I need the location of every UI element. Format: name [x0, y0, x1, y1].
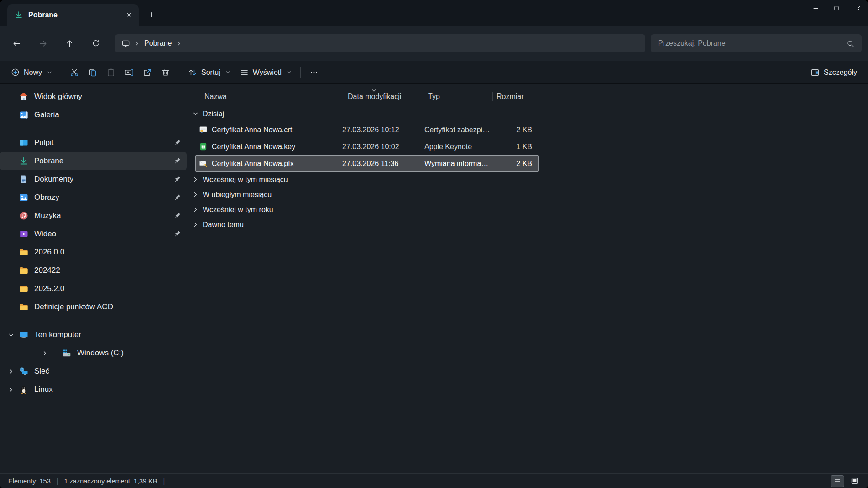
tab-pobrane[interactable]: Pobrane [7, 4, 139, 26]
sidebar-item-pobrane[interactable]: Pobrane [0, 152, 187, 170]
up-button[interactable] [59, 34, 79, 52]
chevron-down-icon[interactable] [5, 329, 16, 340]
chevron-right-icon[interactable] [193, 222, 199, 228]
tab-bar: Pobrane [0, 0, 868, 26]
new-button[interactable]: Nowy [6, 64, 57, 81]
sidebar-item-2026-0-0[interactable]: 2026.0.0 [0, 243, 187, 261]
file-name-cell: Certyfikat Anna Nowa.pfx [195, 159, 342, 168]
large-icons-view-toggle[interactable] [847, 475, 861, 487]
tab-close-icon[interactable] [122, 9, 135, 21]
pictures-icon [19, 193, 28, 202]
search-input[interactable]: Przeszukaj: Pobrane [651, 34, 862, 52]
search-icon[interactable] [847, 40, 854, 47]
column-header-rozmiar[interactable]: Rozmiar [493, 89, 539, 104]
toolbar-separator [179, 67, 179, 78]
sidebar-item-linux[interactable]: Linux [0, 380, 187, 399]
copy-button[interactable] [84, 64, 102, 81]
file-type: Wymiana informa… [424, 160, 493, 168]
sidebar-item-2025-2-0[interactable]: 2025.2.0 [0, 280, 187, 298]
breadcrumb-location[interactable]: Pobrane [144, 39, 172, 47]
cut-button[interactable] [65, 64, 84, 81]
sidebar-item-ten-komputer[interactable]: Ten komputer [0, 326, 187, 344]
group-label: W ubiegłym miesiącu [203, 191, 272, 199]
rename-button[interactable] [120, 64, 138, 81]
details-view-toggle[interactable] [831, 475, 844, 487]
group-row-dzisiaj[interactable]: Dzisiaj [193, 106, 868, 121]
folder-icon [19, 248, 28, 257]
status-separator: | [163, 478, 165, 485]
chevron-down-icon[interactable] [193, 111, 199, 117]
sidebar-item-widok-główny[interactable]: Widok główny [0, 88, 187, 106]
downloads-icon [19, 156, 28, 166]
network-icon [19, 367, 28, 376]
sidebar-item-202422[interactable]: 202422 [0, 261, 187, 280]
new-tab-button[interactable] [143, 7, 159, 22]
sort-button[interactable]: Sortuj [183, 64, 235, 81]
sidebar-item-windows-c[interactable]: Windows (C:) [0, 344, 187, 362]
pin-icon [173, 194, 180, 201]
delete-button[interactable] [157, 64, 175, 81]
maximize-button[interactable] [826, 0, 847, 16]
forward-button[interactable] [33, 34, 53, 52]
chevron-right-icon[interactable] [5, 384, 16, 395]
selection-summary: 1 zaznaczony element. 1,39 KB [64, 478, 157, 485]
sidebar-item-label: Linux [34, 385, 53, 394]
file-modified: 27.03.2026 11:36 [342, 160, 424, 168]
chevron-right-icon[interactable] [193, 177, 199, 182]
sidebar-item-wideo[interactable]: Wideo [0, 225, 187, 243]
close-button[interactable] [847, 0, 868, 16]
file-name-cell: Certyfikat Anna Nowa.key [195, 142, 342, 151]
folder-icon [19, 302, 28, 311]
monitor-icon [121, 39, 130, 48]
file-size: 2 KB [493, 126, 539, 134]
paste-button[interactable] [102, 64, 120, 81]
new-button-label: Nowy [24, 68, 42, 77]
sidebar-item-muzyka[interactable]: Muzyka [0, 207, 187, 225]
back-button[interactable] [6, 34, 26, 52]
group-row-w-ubiegłym-miesiącu[interactable]: W ubiegłym miesiącu [193, 187, 868, 202]
chevron-right-icon[interactable] [5, 366, 16, 377]
sidebar-item-sieć[interactable]: Sieć [0, 362, 187, 380]
group-row-dawno-temu[interactable]: Dawno temu [193, 217, 868, 232]
sidebar-item-definicje-punktów-acd[interactable]: Definicje punktów ACD [0, 298, 187, 316]
file-row-certyfikat-anna-nowa-key[interactable]: Certyfikat Anna Nowa.key27.03.2026 10:02… [195, 138, 539, 155]
group-row-wcześniej-w-tym-miesiącu[interactable]: Wcześniej w tym miesiącu [193, 172, 868, 187]
more-options-button[interactable] [305, 64, 323, 81]
column-header-typ[interactable]: Typ [424, 89, 493, 104]
expander-spacer [5, 174, 16, 185]
group-row-wcześniej-w-tym-roku[interactable]: Wcześniej w tym roku [193, 202, 868, 217]
expander-spacer [5, 247, 16, 258]
refresh-button[interactable] [86, 34, 106, 52]
sidebar-item-pulpit[interactable]: Pulpit [0, 134, 187, 152]
expander-spacer [5, 301, 16, 312]
sidebar-item-dokumenty[interactable]: Dokumenty [0, 170, 187, 188]
desktop-icon [19, 138, 28, 147]
group-label: Dawno temu [203, 221, 244, 229]
file-row-certyfikat-anna-nowa-crt[interactable]: Certyfikat Anna Nowa.crt27.03.2026 10:12… [195, 121, 539, 138]
toolbar-separator [300, 67, 301, 78]
status-bar: Elementy: 153 | 1 zaznaczony element. 1,… [0, 473, 868, 488]
share-button[interactable] [138, 64, 157, 81]
chevron-right-icon[interactable] [39, 348, 50, 358]
sidebar-item-label: Obrazy [34, 193, 59, 202]
gallery-icon [19, 110, 28, 119]
chevron-right-icon[interactable] [193, 192, 199, 197]
file-type: Certyfikat zabezpi… [424, 126, 493, 134]
expander-spacer [5, 109, 16, 120]
minimize-button[interactable] [805, 0, 826, 16]
sidebar-item-label: Galeria [34, 110, 59, 119]
column-header-data-modyfikacji[interactable]: Data modyfikacji [342, 89, 424, 104]
column-header-label: Nazwa [204, 93, 227, 101]
details-pane-button[interactable]: Szczegóły [806, 64, 862, 81]
sidebar-item-label: Wideo [34, 229, 56, 239]
view-button[interactable]: Wyświetl [235, 64, 296, 81]
items-count: Elementy: 153 [8, 478, 51, 485]
column-header-nazwa[interactable]: Nazwa [187, 89, 342, 104]
chevron-right-icon[interactable] [193, 207, 199, 213]
breadcrumb[interactable]: Pobrane [115, 34, 645, 52]
column-headers: NazwaData modyfikacjiTypRozmiar [187, 89, 868, 104]
file-name-cell: Certyfikat Anna Nowa.crt [195, 125, 342, 134]
sidebar-item-galeria[interactable]: Galeria [0, 106, 187, 124]
sidebar-item-obrazy[interactable]: Obrazy [0, 188, 187, 207]
file-row-certyfikat-anna-nowa-pfx[interactable]: Certyfikat Anna Nowa.pfx27.03.2026 11:36… [195, 155, 539, 172]
